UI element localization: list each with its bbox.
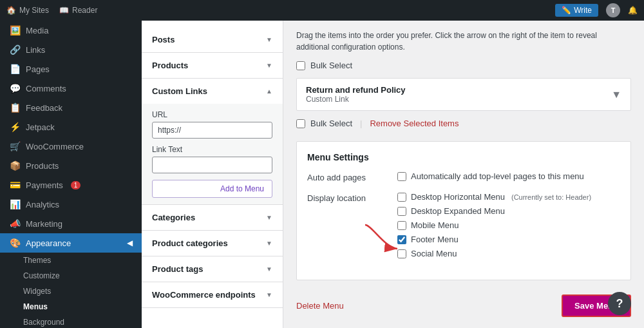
accordion-woocommerce-endpoints-arrow: ▼: [266, 291, 272, 298]
accordion-custom-links-arrow: ▲: [266, 88, 272, 95]
payments-icon: 💳: [9, 180, 21, 190]
location-social-menu-row: Social Menu: [397, 249, 620, 258]
menu-settings-section: Menu Settings Auto add pages Automatical…: [296, 141, 631, 280]
sidebar-item-comments[interactable]: 💬 Comments: [0, 79, 142, 98]
location-desktop-horizontal-checkbox[interactable]: [397, 193, 406, 202]
admin-bar: 🏠 My Sites 📖 Reader ✏️ Write T 🔔: [0, 0, 644, 21]
help-button[interactable]: ?: [608, 292, 631, 315]
sidebar-item-label: Media: [26, 26, 48, 35]
main-content: Drag the items into the order you prefer…: [283, 21, 644, 328]
link-text-field-group: Link Text: [152, 145, 272, 173]
sidebar-item-media[interactable]: 🖼️ Media: [0, 21, 142, 40]
bulk-select-row-2: Bulk Select | Remove Selected Items: [296, 119, 631, 128]
wordpress-icon: 🏠: [6, 6, 16, 15]
bulk-select-checkbox-1[interactable]: [296, 61, 305, 70]
menu-item-title: Return and refund Policy: [306, 85, 406, 95]
auto-add-pages-row: Auto add pages Automatically add top-lev…: [307, 171, 620, 186]
auto-add-pages-label: Auto add pages: [307, 171, 384, 186]
sidebar-item-products[interactable]: 📦 Products: [0, 156, 142, 175]
accordion-product-tags: Product tags ▼: [142, 256, 283, 282]
sidebar-item-jetpack[interactable]: ⚡ Jetpack: [0, 117, 142, 137]
url-field-group: URL: [152, 110, 272, 139]
remove-selected-items-link[interactable]: Remove Selected Items: [370, 119, 459, 128]
links-icon: 🔗: [9, 44, 21, 55]
sidebar-item-analytics[interactable]: 📊 Analytics: [0, 195, 142, 214]
accordion-products-header[interactable]: Products ▼: [142, 53, 283, 78]
sidebar-sub-menus[interactable]: Menus: [0, 299, 142, 314]
help-icon: ?: [616, 297, 623, 311]
display-location-row: Display location Desktop Horizontal Menu…: [307, 192, 620, 263]
drag-hint: Drag the items into the order you prefer…: [296, 30, 631, 53]
write-button[interactable]: ✏️ Write: [555, 4, 598, 17]
accordion-custom-links-header[interactable]: Custom Links ▲: [142, 79, 283, 104]
sidebar-item-label: Payments: [26, 180, 63, 190]
accordion-posts-arrow: ▼: [266, 36, 272, 43]
sidebar-sub-customize[interactable]: Customize: [0, 268, 142, 284]
appearance-icon: 🎨: [9, 238, 21, 248]
sidebar-item-payments[interactable]: 💳 Payments 1: [0, 175, 142, 195]
auto-add-pages-checkbox[interactable]: [397, 172, 406, 181]
sidebar-item-pages[interactable]: 📄 Pages: [0, 59, 142, 79]
location-footer-menu-row: Footer Menu: [397, 235, 620, 244]
url-label: URL: [152, 110, 272, 119]
accordion-product-categories: Product categories ▼: [142, 231, 283, 256]
sidebar-item-appearance[interactable]: 🎨 Appearance ◀: [0, 233, 142, 253]
payments-badge: 1: [71, 181, 81, 189]
accordion-woocommerce-endpoints-header[interactable]: WooCommerce endpoints ▼: [142, 282, 283, 307]
sidebar-item-links[interactable]: 🔗 Links: [0, 40, 142, 59]
accordion-categories-arrow: ▼: [266, 214, 272, 221]
accordion-products-label: Products: [152, 61, 188, 70]
location-desktop-expanded-row: Desktop Expanded Menu: [397, 206, 620, 216]
accordion-product-tags-header[interactable]: Product tags ▼: [142, 256, 283, 282]
notifications-icon[interactable]: 🔔: [628, 6, 638, 15]
accordion-product-categories-arrow: ▼: [266, 240, 272, 247]
my-sites-link[interactable]: 🏠 My Sites: [6, 6, 49, 15]
sidebar-item-label: Comments: [26, 84, 66, 93]
sidebar-item-label: Marketing: [26, 219, 62, 229]
accordion-posts-header[interactable]: Posts ▼: [142, 27, 283, 52]
bulk-select-label-2: Bulk Select: [310, 119, 352, 128]
accordion-categories-label: Categories: [152, 213, 195, 222]
menu-item-info: Return and refund Policy Custom Link: [306, 85, 406, 104]
menu-item-type: Custom Link: [306, 95, 406, 104]
location-desktop-horizontal-label: Desktop Horizontal Menu: [411, 192, 505, 202]
location-footer-menu-label: Footer Menu: [411, 235, 459, 244]
sidebar-item-marketing[interactable]: 📣 Marketing: [0, 214, 142, 233]
sidebar-item-label: Pages: [26, 64, 50, 74]
woocommerce-icon: 🛒: [9, 141, 21, 151]
menu-item-expand-button[interactable]: ▼: [611, 89, 621, 101]
accordion-product-categories-header[interactable]: Product categories ▼: [142, 231, 283, 256]
admin-bar-left: 🏠 My Sites 📖 Reader: [6, 6, 97, 15]
delete-menu-link[interactable]: Delete Menu: [296, 301, 344, 311]
link-text-label: Link Text: [152, 145, 272, 154]
location-social-menu-label: Social Menu: [411, 249, 457, 258]
sidebar-sub-widgets[interactable]: Widgets: [0, 284, 142, 299]
auto-add-pages-checkbox-row: Automatically add top-level pages to thi…: [397, 171, 620, 181]
link-text-input[interactable]: [152, 157, 272, 173]
accordion-categories-header[interactable]: Categories ▼: [142, 205, 283, 230]
location-mobile-menu-label: Mobile Menu: [411, 220, 459, 230]
footer-row: Delete Menu Save Menu: [296, 288, 631, 323]
appearance-submenu: Themes Customize Widgets Menus Backgroun…: [0, 253, 142, 328]
url-input[interactable]: [152, 122, 272, 139]
accordion-woocommerce-endpoints-label: WooCommerce endpoints: [152, 290, 256, 300]
reader-link[interactable]: 📖 Reader: [59, 6, 97, 15]
sidebar-item-label: Feedback: [26, 103, 62, 113]
bulk-select-checkbox-2[interactable]: [296, 119, 305, 128]
add-to-menu-button[interactable]: Add to Menu: [152, 180, 272, 198]
display-location-controls: Desktop Horizontal Menu (Currently set t…: [397, 192, 620, 263]
sidebar: 🖼️ Media 🔗 Links 📄 Pages 💬 Comments 📋 Fe…: [0, 21, 142, 328]
sidebar-sub-themes[interactable]: Themes: [0, 253, 142, 268]
sidebar-item-feedback[interactable]: 📋 Feedback: [0, 98, 142, 117]
accordion-product-tags-arrow: ▼: [266, 265, 272, 273]
bulk-select-label-1: Bulk Select: [310, 61, 352, 70]
sidebar-sub-background[interactable]: Background: [0, 314, 142, 328]
location-desktop-expanded-checkbox[interactable]: [397, 207, 406, 216]
avatar[interactable]: T: [606, 3, 620, 17]
menu-item-return-refund: Return and refund Policy Custom Link ▼: [296, 78, 631, 111]
location-desktop-expanded-label: Desktop Expanded Menu: [411, 206, 505, 216]
jetpack-icon: ⚡: [9, 122, 21, 132]
sidebar-item-woocommerce[interactable]: 🛒 WooCommerce: [0, 137, 142, 156]
auto-add-pages-text: Automatically add top-level pages to thi…: [411, 171, 584, 181]
my-sites-label: My Sites: [19, 6, 49, 15]
